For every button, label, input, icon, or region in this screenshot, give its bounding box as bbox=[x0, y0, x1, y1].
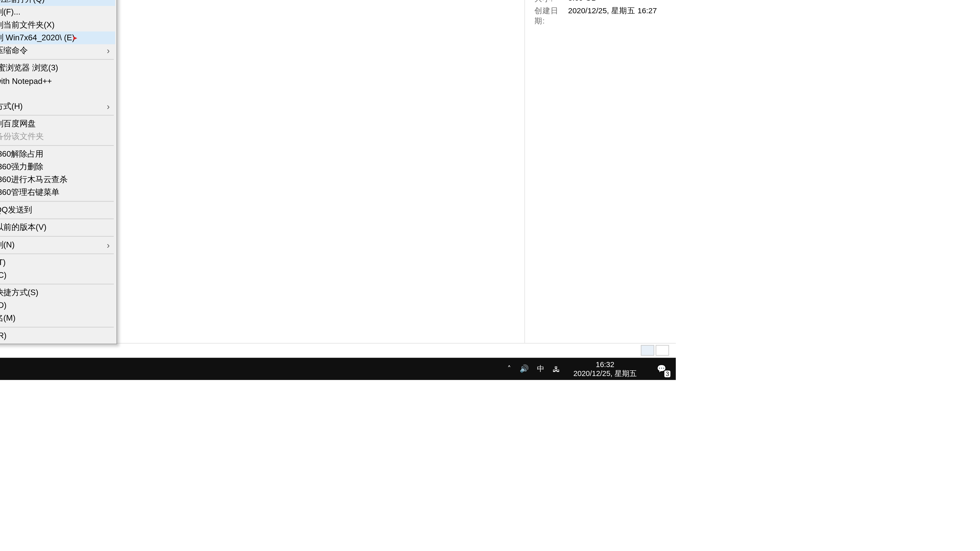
menu-item-label: 删除(D) bbox=[0, 300, 6, 311]
menu-item-label: 自动备份该文件夹 bbox=[0, 131, 44, 143]
context-menu-item[interactable]: ☁上传到百度网盘 bbox=[0, 118, 115, 130]
context-menu-item[interactable]: 创建快捷方式(S) bbox=[0, 286, 115, 299]
meta-value: 2020/12/25, 星期五 16:27 bbox=[568, 6, 667, 26]
context-menu-item[interactable]: 🟡使用 360解除占用 bbox=[0, 148, 115, 161]
context-menu-item[interactable]: 🟢使用 360管理右键菜单 bbox=[0, 186, 115, 199]
meta-value: 3.69 GB bbox=[568, 0, 667, 4]
view-large-button[interactable] bbox=[655, 345, 669, 356]
taskbar: 🔍 ⧉ ˄ 🔊 中 🖧 16:32 2020/12/25, 星期五 💬3 bbox=[0, 358, 676, 380]
menu-item-label: 其他压缩命令 bbox=[0, 45, 27, 56]
menu-item-label: 使用 360解除占用 bbox=[0, 148, 43, 160]
menu-item-label: 剪切(T) bbox=[0, 257, 6, 268]
volume-icon[interactable]: 🔊 bbox=[520, 365, 529, 373]
ime-indicator[interactable]: 中 bbox=[537, 364, 544, 374]
context-menu-item[interactable]: 重命名(M) bbox=[0, 312, 115, 325]
context-menu-item[interactable]: 属性(R) bbox=[0, 330, 115, 342]
status-bar: 3 个项目 选中 1 个项目 3.69 GB bbox=[0, 343, 676, 357]
menu-item-label: 重命名(M) bbox=[0, 313, 16, 324]
menu-item-label: 还原以前的版本(V) bbox=[0, 222, 46, 233]
context-menu-item[interactable]: 发送到(N) bbox=[0, 239, 115, 251]
menu-item-label: 解压到当前文件夹(X) bbox=[0, 19, 55, 31]
menu-item-label: 复制(C) bbox=[0, 270, 6, 281]
context-menu-item[interactable]: 剪切(T) bbox=[0, 256, 115, 269]
context-menu-item[interactable]: 📦解压到(F)... bbox=[0, 6, 115, 19]
menu-item-label: 创建快捷方式(S) bbox=[0, 287, 38, 299]
view-details-button[interactable] bbox=[641, 345, 654, 356]
menu-item-label: Edit with Notepad++ bbox=[0, 76, 52, 86]
context-menu-item[interactable]: 📦解压到 Win7x64_2020\ (E)➤ bbox=[0, 32, 115, 44]
menu-item-label: 用 蜂蜜浏览器 浏览(3) bbox=[0, 62, 58, 74]
meta-label: 创建日期: bbox=[535, 6, 568, 26]
menu-item-label: 使用 360管理右键菜单 bbox=[0, 187, 59, 198]
action-center-button[interactable]: 💬3 bbox=[650, 358, 673, 380]
meta-label: 大小: bbox=[535, 0, 568, 4]
context-menu-item[interactable]: 🟢用 蜂蜜浏览器 浏览(3) bbox=[0, 62, 115, 75]
context-menu-item[interactable]: 📦解压到当前文件夹(X) bbox=[0, 19, 115, 32]
menu-item-label: 发送到(N) bbox=[0, 239, 14, 251]
context-menu-item[interactable]: 通过QQ发送到 bbox=[0, 204, 115, 217]
taskbar-clock[interactable]: 16:32 2020/12/25, 星期五 bbox=[568, 360, 642, 378]
menu-item-label: 使用 360进行木马云查杀 bbox=[0, 174, 68, 186]
context-menu-item[interactable]: 删除(D) bbox=[0, 299, 115, 312]
context-menu-item[interactable]: 📦用360压缩打开(Q) bbox=[0, 0, 115, 6]
context-menu-item[interactable]: 🟣使用 360强力删除 bbox=[0, 161, 115, 173]
menu-item-label: 使用 360强力删除 bbox=[0, 161, 43, 173]
context-menu-item[interactable]: 打开方式(H) bbox=[0, 100, 115, 113]
context-menu-item[interactable]: 📝Edit with Notepad++ bbox=[0, 75, 115, 87]
menu-item-label: 属性(R) bbox=[0, 330, 6, 341]
cursor-icon: ➤ bbox=[72, 34, 77, 41]
context-menu: 💿装载刻录光盘映像🔵上传到有道云笔记📦添加到压缩文件(A)...📦添加到 "Wi… bbox=[0, 0, 117, 345]
context-menu-item[interactable]: 复制(C) bbox=[0, 269, 115, 282]
menu-item-label: 解压到(F)... bbox=[0, 6, 21, 18]
tray-chevron-icon[interactable]: ˄ bbox=[508, 365, 511, 373]
context-menu-item[interactable]: 🟢使用 360进行木马云查杀 bbox=[0, 173, 115, 186]
context-menu-item[interactable]: 📦其他压缩命令 bbox=[0, 44, 115, 57]
context-menu-item[interactable]: ↗共享 bbox=[0, 87, 115, 100]
menu-item-label: 通过QQ发送到 bbox=[0, 204, 32, 216]
context-menu-item: 自动备份该文件夹 bbox=[0, 130, 115, 143]
network-icon[interactable]: 🖧 bbox=[552, 365, 560, 373]
menu-item-label: 打开方式(H) bbox=[0, 101, 23, 112]
menu-item-label: 用360压缩打开(Q) bbox=[0, 0, 45, 5]
menu-item-label: 解压到 Win7x64_2020\ (E) bbox=[0, 32, 75, 44]
context-menu-item[interactable]: 还原以前的版本(V) bbox=[0, 221, 115, 234]
system-tray: ˄ 🔊 中 🖧 16:32 2020/12/25, 星期五 💬3 bbox=[508, 358, 676, 380]
menu-item-label: 上传到百度网盘 bbox=[0, 118, 36, 130]
details-pane: Win7x64_2020.iso 光盘映像文件 修改日期:2020/12/25,… bbox=[525, 0, 676, 343]
